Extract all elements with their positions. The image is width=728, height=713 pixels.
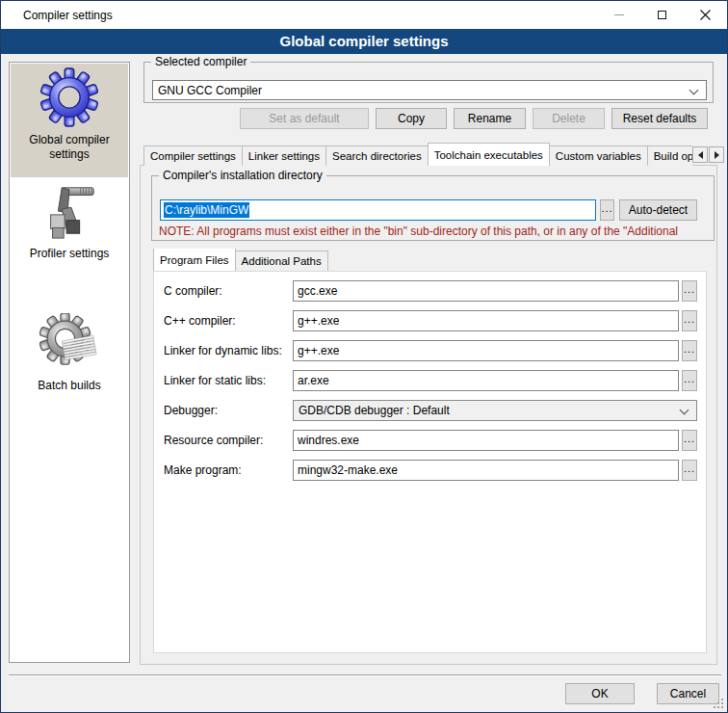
program-files-panel: C compiler: ... C++ compiler: ... Linker… <box>153 271 707 653</box>
close-button[interactable] <box>684 1 727 29</box>
compiler-select-value: GNU GCC Compiler <box>158 84 262 97</box>
field-label: Resource compiler: <box>164 434 263 447</box>
copy-button[interactable]: Copy <box>376 108 447 129</box>
install-dir-browse-button[interactable]: ... <box>600 199 614 221</box>
selected-text: C:\raylib\MinGW <box>164 202 249 218</box>
debugger-select-value: GDB/CDB debugger : Default <box>299 404 450 417</box>
compiler-actions: Set as default Copy Rename Delete Reset … <box>143 108 708 129</box>
chevron-down-icon <box>680 406 689 415</box>
field-label: Linker for dynamic libs: <box>164 344 282 357</box>
subtab-additional-paths[interactable]: Additional Paths <box>235 251 328 271</box>
blue-gear-icon <box>39 67 99 127</box>
arrow-right-icon <box>715 151 719 159</box>
resource-compiler-browse-button[interactable]: ... <box>682 430 697 451</box>
sidebar-item-global-compiler-settings[interactable]: Global compiler settings <box>11 64 128 177</box>
group-label: Compiler's installation directory <box>159 169 326 183</box>
dynamic-linker-input[interactable] <box>293 340 679 361</box>
field-label: Make program: <box>164 463 242 477</box>
chevron-down-icon <box>689 86 699 95</box>
tab-build-options[interactable]: Build options <box>647 145 692 166</box>
sidebar-item-profiler-settings[interactable]: Profiler settings <box>11 179 128 287</box>
reset-defaults-button[interactable]: Reset defaults <box>611 108 708 129</box>
field-label: Debugger: <box>164 404 218 417</box>
c-compiler-input[interactable] <box>293 280 679 302</box>
debugger-select[interactable]: GDB/CDB debugger : Default <box>293 400 697 421</box>
maximize-icon <box>658 11 666 19</box>
field-label: C compiler: <box>164 284 222 298</box>
field-label: C++ compiler: <box>164 314 236 328</box>
sidebar-item-label: Batch builds <box>36 379 102 393</box>
field-label: Linker for static libs: <box>164 374 266 387</box>
maximize-button[interactable] <box>640 1 684 29</box>
sub-tab-strip: Program Files Additional Paths <box>153 249 692 271</box>
caliper-tool-icon <box>39 181 99 241</box>
tab-scroll-controls <box>692 146 724 163</box>
auto-detect-button[interactable]: Auto-detect <box>619 199 697 221</box>
dynamic-linker-browse-button[interactable]: ... <box>682 340 697 361</box>
minimize-button[interactable] <box>597 1 640 29</box>
title-bar: Compiler settings <box>1 1 727 29</box>
compiler-select[interactable]: GNU GCC Compiler <box>152 80 707 100</box>
selected-compiler-group: Selected compiler GNU GCC Compiler <box>143 62 714 103</box>
tab-linker-settings[interactable]: Linker settings <box>242 145 326 166</box>
c-compiler-browse-button[interactable]: ... <box>682 280 697 302</box>
make-program-browse-button[interactable]: ... <box>682 460 697 481</box>
compiler-settings-dialog: Compiler settings Global compiler settin… <box>0 0 728 713</box>
resize-grip[interactable] <box>713 698 723 708</box>
tab-scroll-right-button[interactable] <box>709 146 724 163</box>
install-dir-input[interactable]: C:\raylib\MinGW <box>160 199 596 221</box>
gray-gear-papers-icon <box>39 313 99 373</box>
page-title: Global compiler settings <box>1 29 727 54</box>
group-label: Selected compiler <box>151 55 250 69</box>
tab-search-directories[interactable]: Search directories <box>325 145 429 166</box>
arrow-left-icon <box>698 151 703 159</box>
sidebar-item-label: Global compiler settings <box>11 133 128 162</box>
toolchain-executables-page: Compiler's installation directory C:\ray… <box>140 165 717 665</box>
sidebar-item-label: Profiler settings <box>28 247 112 261</box>
cpp-compiler-input[interactable] <box>293 310 679 331</box>
main-tab-strip: Compiler settings Linker settings Search… <box>143 143 692 166</box>
install-dir-group: Compiler's installation directory C:\ray… <box>151 175 715 241</box>
rename-button[interactable]: Rename <box>454 108 526 129</box>
minimize-icon <box>614 14 624 15</box>
cancel-button[interactable]: Cancel <box>657 683 719 704</box>
tab-toolchain-executables[interactable]: Toolchain executables <box>428 143 550 166</box>
install-dir-note: NOTE: All programs must exist either in … <box>159 224 727 238</box>
static-linker-browse-button[interactable]: ... <box>682 370 697 391</box>
footer-divider <box>9 674 721 676</box>
window-title: Compiler settings <box>1 9 113 22</box>
resource-compiler-input[interactable] <box>293 430 679 451</box>
delete-button[interactable]: Delete <box>533 108 605 129</box>
static-linker-input[interactable] <box>293 370 679 391</box>
tab-scroll-left-button[interactable] <box>692 146 708 163</box>
make-program-input[interactable] <box>293 460 679 481</box>
set-as-default-button[interactable]: Set as default <box>240 108 369 129</box>
ok-button[interactable]: OK <box>565 683 635 704</box>
settings-category-list: Global compiler settings <box>9 62 130 663</box>
close-icon <box>700 10 711 20</box>
subtab-program-files[interactable]: Program Files <box>153 249 236 271</box>
tab-custom-variables[interactable]: Custom variables <box>549 145 648 166</box>
tab-compiler-settings[interactable]: Compiler settings <box>143 145 243 166</box>
cpp-compiler-browse-button[interactable]: ... <box>682 310 697 331</box>
sidebar-item-batch-builds[interactable]: Batch builds <box>11 305 128 413</box>
